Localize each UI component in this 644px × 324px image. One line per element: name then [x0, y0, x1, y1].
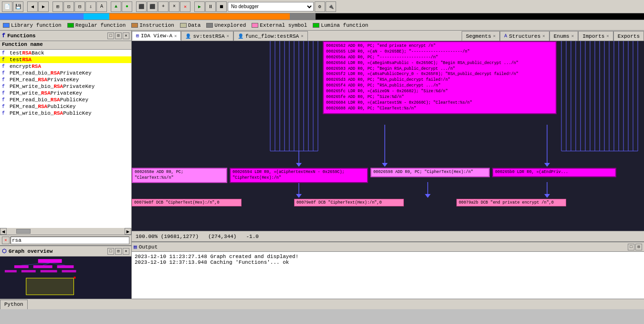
functions-maximize-btn[interactable]: ⊡ — [115, 32, 122, 39]
func-item-5[interactable]: fPEM_write_bio_RSAPrivateKey — [0, 83, 131, 90]
tab-sv-testrsa-label: sv:testRSA — [193, 33, 224, 39]
search-clear-btn[interactable]: ✕ — [2, 237, 10, 244]
output-restore-btn[interactable]: □ — [628, 244, 634, 250]
legend-library-color — [3, 23, 10, 28]
func-item-9[interactable]: fPEM_write_bio_RSAPublicKey — [0, 110, 131, 117]
debugger-selector[interactable]: No debugger — [228, 2, 314, 11]
tab-exports[interactable]: Exports — [613, 31, 644, 41]
color1-btn[interactable]: ▲ — [111, 1, 121, 12]
output-line-2: 2023-12-10 12:37:13.948 Caching 'Functio… — [135, 259, 641, 265]
func-icon-0: f — [2, 51, 8, 56]
horizontal-scrollbar[interactable]: ◀ ▶ — [0, 228, 131, 235]
tool2-btn[interactable]: ⊡ — [63, 1, 74, 12]
functions-restore-btn[interactable]: □ — [107, 32, 114, 39]
tab-ida-view-close[interactable]: ✕ — [174, 33, 177, 39]
graph-overview-maximize-btn[interactable]: ⊡ — [115, 248, 122, 255]
legend-external-label: External symbol — [260, 22, 307, 28]
tool1-btn[interactable]: ⊞ — [53, 1, 63, 12]
scroll-right-btn[interactable]: ▶ — [125, 228, 131, 235]
python-tab[interactable]: Python — [0, 300, 28, 309]
settings-btn[interactable]: ⚙ — [315, 1, 325, 12]
func-item-0[interactable]: ftestRSABack — [0, 50, 131, 56]
tab-ida-view-label: IDA View-A — [141, 33, 172, 39]
debug-stop-btn[interactable]: ⏹ — [216, 1, 227, 12]
plugin-btn[interactable]: 🔌 — [326, 1, 336, 12]
svg-rect-4 — [57, 265, 74, 268]
func-name-8: PEM_read_RSAPublicKey — [10, 104, 76, 109]
func-icon-4: f — [2, 77, 8, 83]
tool5-btn[interactable]: A — [96, 1, 107, 12]
graph-overview-close-btn[interactable]: ✕ — [123, 248, 129, 255]
extra1-btn[interactable]: ⬛ — [136, 1, 147, 12]
svg-rect-9 — [26, 278, 74, 295]
extra3-btn[interactable]: + — [158, 1, 169, 12]
functions-title-label: Functions — [7, 33, 35, 39]
output-panel-controls: □ ⊡ — [628, 244, 642, 250]
func-item-3[interactable]: fPEM_read_bio_RSAPrivateKey — [0, 70, 131, 76]
functions-icon: f — [2, 32, 5, 39]
run-btn[interactable]: ▶ — [194, 1, 205, 12]
graph-overview-content[interactable] — [0, 257, 131, 299]
tab-sv-testrsa[interactable]: 👤 sv:testRSA ✕ — [181, 31, 233, 41]
extra4-btn[interactable]: × — [169, 1, 179, 12]
tab-structures-close[interactable]: ✕ — [542, 33, 545, 39]
tab-ida-view[interactable]: ⊞ IDA View-A ✕ — [132, 31, 181, 41]
tab-enums[interactable]: Enums ✕ — [549, 31, 578, 41]
func-item-2[interactable]: fencryptRSA — [0, 63, 131, 70]
tool3-btn[interactable]: ⊟ — [74, 1, 85, 12]
color2-btn[interactable]: ● — [122, 1, 132, 12]
stop-btn[interactable]: ✕ — [180, 1, 190, 12]
tab-sv-testrsa-close[interactable]: ✕ — [226, 33, 229, 39]
func-item-6[interactable]: fPEM_write_RSAPrivateKey — [0, 90, 131, 97]
legend-unexplored-color — [206, 23, 213, 28]
tab-segments-close[interactable]: ✕ — [493, 33, 496, 39]
func-name-1: testRSA — [10, 57, 32, 63]
legend-library-label: Library function — [11, 22, 62, 28]
legend-instruction-label: Instruction — [139, 22, 174, 28]
tab-enums-close[interactable]: ✕ — [571, 33, 574, 39]
pause-btn[interactable]: ⏸ — [205, 1, 216, 12]
functions-panel-header: f Functions □ ⊡ ✕ — [0, 31, 131, 41]
status-bar: 100.00% (19681,1277) (274,344) -1.0 — [132, 231, 644, 241]
toolbar-tools-group: ⊞ ⊡ ⊟ ⇩ A — [53, 1, 107, 12]
functions-column-header: Function name — [0, 41, 131, 50]
func-item-4[interactable]: fPEM_read_RSAPrivateKey — [0, 76, 131, 83]
legend-regular-label: Regular function — [75, 22, 126, 28]
func-item-7[interactable]: fPEM_read_bio_RSAPublicKey — [0, 97, 131, 103]
scrollbar-thumb[interactable] — [16, 229, 31, 234]
new-btn[interactable]: 📄 — [2, 1, 12, 12]
tab-exports-label: Exports — [618, 33, 640, 39]
search-input[interactable] — [11, 237, 129, 244]
graph-content[interactable]: 00026562 ADD R0, PC; "end private encryp… — [132, 41, 644, 231]
node-line-7: 000265d3 ADD R0, PC; "RSA_public_decrypt… — [326, 77, 553, 83]
python-tab-label: Python — [4, 302, 23, 307]
tab-segments[interactable]: Segments ✕ — [462, 31, 500, 41]
save-btn[interactable]: 💾 — [13, 1, 23, 12]
forward-btn[interactable]: ▶ — [38, 1, 49, 12]
legend-regular-color — [67, 23, 74, 28]
tab-structures[interactable]: A Structures ✕ — [500, 31, 549, 41]
node-line-12: 00026608 ADD R0, PC; "ClearText:%s/n" — [326, 106, 553, 112]
output-panel-header: ▤ Output □ ⊡ — [132, 242, 644, 252]
func-item-8[interactable]: fPEM_read_RSAPublicKey — [0, 103, 131, 110]
tab-imports[interactable]: Imports ✕ — [578, 31, 613, 41]
scroll-left-btn[interactable]: ◀ — [0, 228, 7, 235]
legend-data: Data — [180, 22, 201, 28]
legend-data-color — [180, 23, 187, 28]
tab-func-flow[interactable]: 👤 func_flow:testRSA ✕ — [233, 31, 308, 41]
functions-list[interactable]: ftestRSABackftestRSAfencryptRSAfPEM_read… — [0, 50, 131, 228]
functions-close-btn[interactable]: ✕ — [123, 32, 129, 39]
node-line-1: 00026562 ADD R0, PC; "end private encryp… — [326, 43, 553, 49]
bottom-node-1-text: 0002658e ADD R0, PC; "ClearText:%s/n" — [135, 170, 183, 180]
func-icon-5: f — [2, 84, 8, 89]
func-item-1[interactable]: ftestRSA — [0, 56, 131, 63]
output-maximize-btn[interactable]: ⊡ — [635, 244, 642, 250]
tool4-btn[interactable]: ⇩ — [85, 1, 96, 12]
extra2-btn[interactable]: ⬛ — [147, 1, 158, 12]
tab-func-flow-close[interactable]: ✕ — [301, 33, 303, 39]
legend-unexplored: Unexplored — [206, 22, 246, 28]
graph-overview-restore-btn[interactable]: □ — [107, 248, 114, 255]
tab-imports-close[interactable]: ✕ — [606, 33, 609, 39]
back-btn[interactable]: ◀ — [27, 1, 38, 12]
svg-marker-45 — [296, 163, 302, 167]
